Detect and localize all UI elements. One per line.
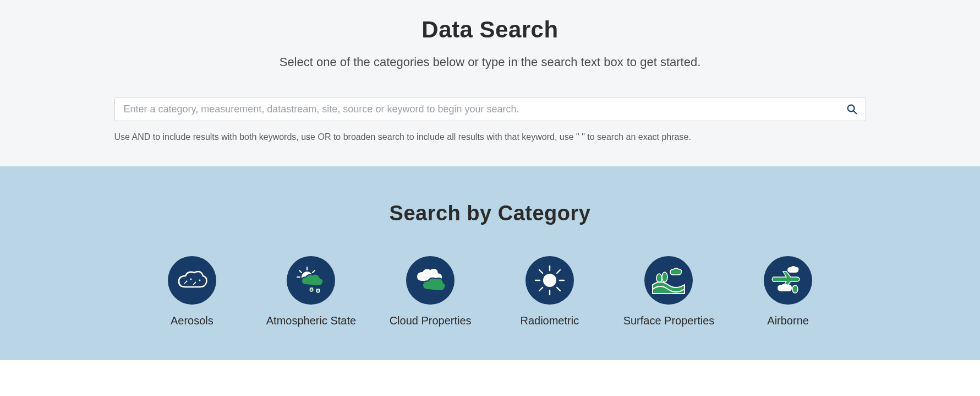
search-box[interactable] [114,97,866,121]
airborne-icon [764,256,812,305]
category-airborne[interactable]: Airborne [733,256,843,327]
category-label: Cloud Properties [390,314,472,327]
category-label: Atmospheric State [266,314,356,327]
radiometric-icon [525,256,574,305]
atmospheric-state-icon [287,256,335,305]
svg-point-22 [792,285,798,293]
category-label: Aerosols [171,314,213,327]
category-label: Radiometric [520,314,579,327]
category-radiometric[interactable]: Radiometric [495,256,605,327]
search-input[interactable] [123,97,846,121]
data-search-section: Data Search Select one of the categories… [0,0,980,166]
svg-line-1 [853,111,856,113]
aerosols-icon [168,256,216,305]
category-label: Airborne [767,314,809,327]
category-section: Search by Category Aerosols [0,166,980,360]
category-cloud-properties[interactable]: Cloud Properties [375,256,485,327]
svg-line-16 [539,270,543,273]
category-atmospheric-state[interactable]: Atmospheric State [256,256,366,327]
category-label: Surface Properties [623,314,715,327]
svg-line-17 [557,287,560,291]
page-title: Data Search [114,17,866,43]
svg-line-8 [313,270,315,273]
category-row: Aerosols Atmospheric State [133,256,848,327]
svg-point-11 [543,274,556,287]
svg-point-20 [656,274,662,283]
svg-point-21 [662,272,667,282]
surface-properties-icon [644,256,693,305]
cloud-properties-icon [406,256,455,305]
page-subtitle: Select one of the categories below or ty… [114,55,866,69]
svg-point-5 [199,280,200,281]
svg-point-2 [185,281,187,283]
svg-line-7 [299,270,302,273]
svg-point-4 [194,282,196,284]
category-aerosols[interactable]: Aerosols [137,256,247,327]
svg-line-19 [539,287,543,291]
category-title: Search by Category [0,202,980,225]
search-icon[interactable] [846,103,858,115]
category-surface-properties[interactable]: Surface Properties [614,256,724,327]
search-hint: Use AND to include results with both key… [114,132,866,142]
svg-point-3 [190,279,191,280]
svg-line-18 [557,270,560,273]
